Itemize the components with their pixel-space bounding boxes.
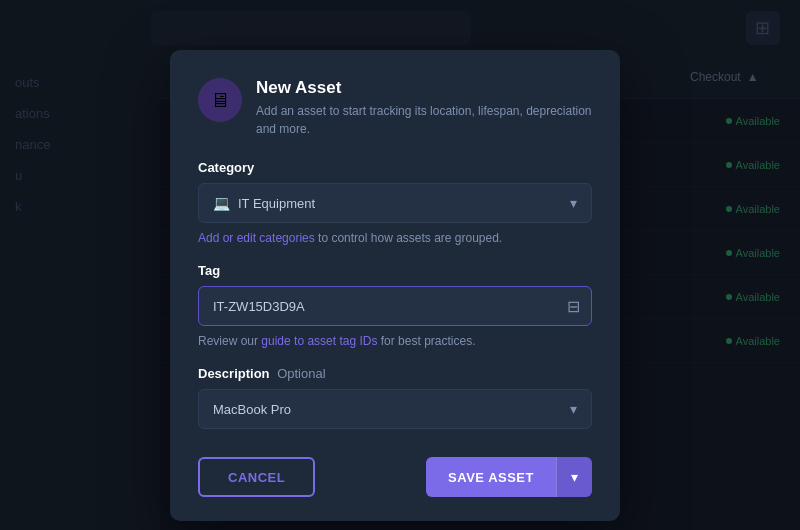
modal-header: 🖥 New Asset Add an asset to start tracki… xyxy=(198,78,592,138)
description-select[interactable]: MacBook Pro ▾ xyxy=(198,389,592,429)
tag-section: Tag ⊟ Review our guide to asset tag IDs … xyxy=(198,263,592,348)
save-asset-chevron-button[interactable]: ▾ xyxy=(556,457,592,497)
tag-guide-link[interactable]: guide to asset tag IDs xyxy=(261,334,377,348)
category-value: IT Equipment xyxy=(238,196,570,211)
save-asset-group: SAVE ASSET ▾ xyxy=(426,457,592,497)
chevron-down-icon: ▾ xyxy=(570,195,577,211)
add-edit-categories-link[interactable]: Add or edit categories xyxy=(198,231,315,245)
tag-label: Tag xyxy=(198,263,592,278)
description-section: Description Optional MacBook Pro ▾ xyxy=(198,366,592,429)
computer-icon: 🖥 xyxy=(210,89,230,112)
tag-input-wrapper: ⊟ xyxy=(198,286,592,326)
modal-title: New Asset xyxy=(256,78,592,98)
category-label: Category xyxy=(198,160,592,175)
description-chevron-down-icon: ▾ xyxy=(570,401,577,417)
save-asset-button[interactable]: SAVE ASSET xyxy=(426,457,556,497)
chevron-down-icon: ▾ xyxy=(571,469,578,485)
modal-icon: 🖥 xyxy=(198,78,242,122)
description-optional-label: Optional xyxy=(277,366,325,381)
new-asset-modal: 🖥 New Asset Add an asset to start tracki… xyxy=(170,50,620,521)
tag-hint: Review our guide to asset tag IDs for be… xyxy=(198,334,592,348)
category-select[interactable]: 💻 IT Equipment ▾ xyxy=(198,183,592,223)
add-edit-categories-hint: Add or edit categories to control how as… xyxy=(198,231,592,245)
modal-subtitle: Add an asset to start tracking its locat… xyxy=(256,102,592,138)
tag-input[interactable] xyxy=(198,286,592,326)
description-label: Description Optional xyxy=(198,366,592,381)
modal-footer: CANCEL SAVE ASSET ▾ xyxy=(198,457,592,497)
category-section: Category 💻 IT Equipment ▾ Add or edit ca… xyxy=(198,160,592,245)
modal-title-area: New Asset Add an asset to start tracking… xyxy=(256,78,592,138)
cancel-button[interactable]: CANCEL xyxy=(198,457,315,497)
barcode-scan-icon[interactable]: ⊟ xyxy=(567,297,580,316)
category-icon: 💻 xyxy=(213,195,230,211)
description-value: MacBook Pro xyxy=(213,402,570,417)
